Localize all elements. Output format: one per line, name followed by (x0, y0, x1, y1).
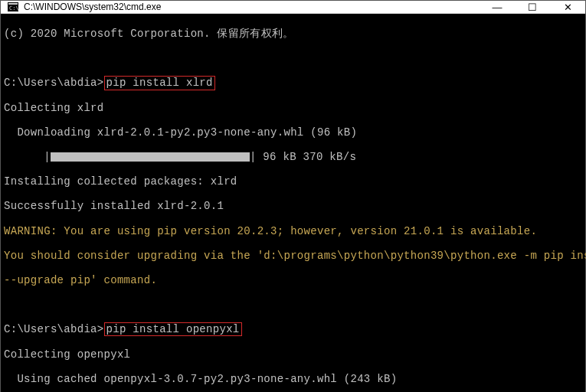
output-line: (c) 2020 Microsoft Corporation. 保留所有权利。 (4, 28, 586, 40)
warning-line: --upgrade pip' command. (4, 274, 586, 286)
svg-text:C:\: C:\ (9, 5, 18, 11)
titlebar[interactable]: C:\ C:\WINDOWS\system32\cmd.exe — ☐ ✕ (1, 1, 585, 14)
cmd-window: C:\ C:\WINDOWS\system32\cmd.exe — ☐ ✕ (c… (0, 0, 586, 392)
output-line: Downloading xlrd-2.0.1-py2.py3-none-any.… (4, 126, 586, 139)
cmd-line: C:\Users\abdia>pip install xlrd (4, 77, 586, 89)
terminal-output[interactable]: (c) 2020 Microsoft Corporation. 保留所有权利。 … (1, 14, 586, 392)
output-line: Using cached openpyxl-3.0.7-py2.py3-none… (4, 373, 586, 385)
output-line: Collecting openpyxl (4, 348, 586, 361)
cmd-icon: C:\ (7, 1, 19, 13)
progress-stat: | 96 kB 370 kB/s (250, 151, 356, 163)
warning-line: WARNING: You are using pip version 20.2.… (4, 225, 586, 237)
progress-bar (51, 152, 250, 162)
highlighted-command: pip install openpyxl (104, 322, 242, 336)
output-line (4, 299, 586, 311)
highlighted-command: pip install xlrd (104, 76, 215, 90)
output-line: Successfully installed xlrd-2.0.1 (4, 200, 586, 212)
output-line (4, 52, 586, 64)
window-title: C:\WINDOWS\system32\cmd.exe (24, 2, 480, 12)
progress-indent: | (4, 151, 51, 163)
cmd-line: C:\Users\abdia>pip install openpyxl (4, 323, 586, 335)
svg-rect-1 (8, 3, 18, 5)
prompt: C:\Users\abdia> (4, 323, 104, 335)
close-button[interactable]: ✕ (550, 1, 585, 13)
terminal-area: (c) 2020 Microsoft Corporation. 保留所有权利。 … (1, 14, 585, 392)
output-line: Installing collected packages: xlrd (4, 175, 586, 188)
maximize-button[interactable]: ☐ (515, 1, 550, 13)
output-line: Collecting xlrd (4, 102, 586, 114)
output-line: || 96 kB 370 kB/s (4, 151, 586, 163)
window-controls: — ☐ ✕ (480, 1, 585, 13)
prompt: C:\Users\abdia> (4, 77, 104, 89)
minimize-button[interactable]: — (480, 1, 515, 13)
warning-line: You should consider upgrading via the 'd… (4, 250, 586, 262)
